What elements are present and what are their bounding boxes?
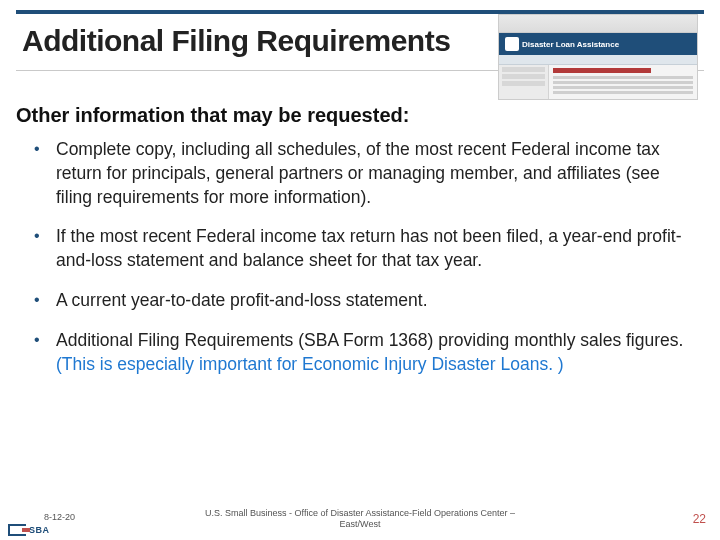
bullet-text: Additional Filing Requirements (SBA Form… (56, 330, 683, 350)
footer-center: U.S. Small Business - Office of Disaster… (0, 508, 720, 530)
thumbnail-browser-chrome (499, 15, 697, 33)
page-title: Additional Filing Requirements (22, 24, 450, 58)
thumbnail-body (499, 65, 697, 100)
footer-center-line1: U.S. Small Business - Office of Disaster… (205, 508, 515, 518)
bullet-text: Complete copy, including all schedules, … (56, 139, 660, 207)
thumbnail-logo-icon (505, 37, 519, 51)
thumbnail-banner-text: Disaster Loan Assistance (522, 40, 619, 49)
bullet-text: If the most recent Federal income tax re… (56, 226, 681, 270)
footer: SBA 8-12-20 U.S. Small Business - Office… (0, 500, 720, 540)
website-thumbnail: Disaster Loan Assistance (498, 14, 698, 100)
section-subtitle: Other information that may be requested: (16, 104, 409, 127)
footer-center-line2: East/West (340, 519, 381, 529)
list-item: If the most recent Federal income tax re… (32, 225, 696, 273)
list-item: A current year-to-date profit-and-loss s… (32, 289, 696, 313)
list-item: Complete copy, including all schedules, … (32, 138, 696, 209)
thumbnail-content (549, 65, 697, 100)
thumbnail-sidebar (499, 65, 549, 100)
bullet-list: Complete copy, including all schedules, … (32, 138, 696, 392)
thumbnail-banner: Disaster Loan Assistance (499, 33, 697, 55)
list-item: Additional Filing Requirements (SBA Form… (32, 329, 696, 377)
bullet-callout: (This is especially important for Econom… (56, 354, 564, 374)
page-number: 22 (693, 512, 706, 526)
thumbnail-nav (499, 55, 697, 65)
bullet-text: A current year-to-date profit-and-loss s… (56, 290, 428, 310)
